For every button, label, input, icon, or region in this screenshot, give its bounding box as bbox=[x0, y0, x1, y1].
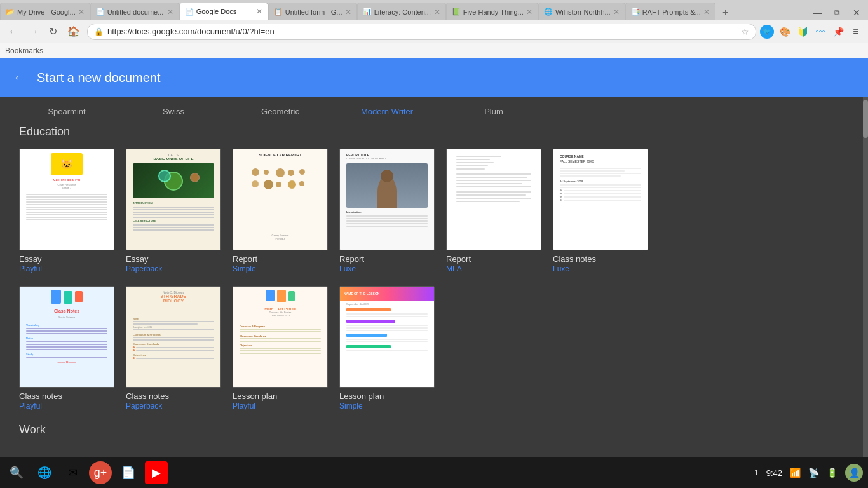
wave-icon[interactable]: 〰 bbox=[813, 25, 827, 39]
education-templates-row1: 🐱 Cat: The Ideal Pet Cover ResourceGrade… bbox=[19, 149, 849, 273]
classnotes-luxe-thumb[interactable]: COURSE NAME FALL SEMESTER 20XX 24 Septem… bbox=[553, 149, 648, 250]
report-simple-name: Report bbox=[233, 254, 257, 264]
plum-label: Plum bbox=[446, 107, 541, 116]
google-docs-close[interactable]: ✕ bbox=[256, 7, 262, 16]
my-drive-close[interactable]: ✕ bbox=[78, 8, 85, 17]
chrome-taskbar-icon[interactable]: 🌐 bbox=[33, 461, 56, 484]
tab-untitled-doc[interactable]: 📄 Untitled docume... ✕ bbox=[90, 3, 179, 20]
battery-indicator: 1 bbox=[754, 468, 759, 477]
williston-close[interactable]: ✕ bbox=[613, 8, 620, 17]
scrollbar-thumb[interactable] bbox=[863, 100, 868, 138]
literacy-favicon: 📊 bbox=[363, 8, 372, 16]
classnotes-playful-name: Class notes bbox=[19, 391, 62, 401]
raft-favicon: 📑 bbox=[631, 8, 640, 16]
report-mla-template[interactable]: Report MLA bbox=[446, 149, 541, 273]
clock-display: 9:42 bbox=[766, 468, 782, 478]
report-simple-template[interactable]: SCIENCE LAB REPORT bbox=[233, 149, 328, 273]
tab-my-drive[interactable]: 📂 My Drive - Googl... ✕ bbox=[0, 3, 90, 20]
new-tab-button[interactable]: + bbox=[718, 5, 733, 20]
close-button[interactable]: ✕ bbox=[848, 8, 865, 18]
search-taskbar-icon[interactable]: 🔍 bbox=[5, 461, 28, 484]
reload-button[interactable]: ↻ bbox=[46, 24, 60, 39]
literacy-close[interactable]: ✕ bbox=[434, 8, 440, 17]
taskbar: 🔍 🌐 ✉ g+ 📄 ▶ 1 9:42 📶 📡 🔋 👤 bbox=[0, 458, 868, 488]
app-header: ← Start a new document bbox=[0, 58, 868, 97]
literacy-title: Literacy: Conten... bbox=[374, 8, 431, 16]
lessonplan-simple-subname: Simple bbox=[339, 402, 363, 410]
classnotes-playful-thumb[interactable]: Class Notes Social Science Vocabulary No… bbox=[19, 286, 114, 388]
report-luxe-thumb[interactable]: REPORT TITLE LOREM IPSUM DOLOR SIT AMET … bbox=[339, 149, 435, 250]
williston-favicon: 🌐 bbox=[544, 8, 553, 16]
scrollbar-track[interactable] bbox=[863, 97, 868, 458]
classnotes-paperback-thumb[interactable]: Note 3, Biology 9TH GRADEBIOLOGY Note: D… bbox=[126, 286, 221, 388]
essay-paperback-thumb[interactable]: CELLS BASIC UNITS OF LIFE INTRODUCTION bbox=[126, 149, 221, 250]
share-icon[interactable]: 📌 bbox=[831, 25, 845, 39]
untitled-form-title: Untitled form - G... bbox=[285, 8, 342, 16]
extensions-icon[interactable]: 🎨 bbox=[778, 25, 792, 39]
header-back-button[interactable]: ← bbox=[13, 69, 27, 86]
bookmarks-label: Bookmarks bbox=[5, 46, 43, 55]
tab-five-handy[interactable]: 📗 Five Handy Thing... ✕ bbox=[446, 3, 538, 20]
restore-button[interactable]: ⧉ bbox=[829, 8, 845, 17]
lessonplan-playful-template[interactable]: Math – 1st Period Teacher: Mr. Foster Da… bbox=[233, 286, 328, 410]
star-icon[interactable]: ☆ bbox=[741, 27, 749, 37]
modern-writer-label: Modern Writer bbox=[339, 107, 435, 116]
classnotes-paperback-template[interactable]: Note 3, Biology 9TH GRADEBIOLOGY Note: D… bbox=[126, 286, 221, 410]
home-button[interactable]: 🏠 bbox=[64, 24, 83, 39]
tab-williston[interactable]: 🌐 Williston-Northh... ✕ bbox=[538, 3, 625, 20]
work-section-title: Work bbox=[19, 423, 849, 437]
raft-title: RAFT Prompts &... bbox=[642, 8, 701, 16]
address-text: https://docs.google.com/document/u/0/?hl… bbox=[107, 27, 737, 36]
user-avatar[interactable]: 👤 bbox=[845, 464, 863, 482]
gmail-taskbar-icon[interactable]: ✉ bbox=[61, 461, 84, 484]
essay-paperback-template[interactable]: CELLS BASIC UNITS OF LIFE INTRODUCTION bbox=[126, 149, 221, 273]
five-handy-close[interactable]: ✕ bbox=[526, 8, 532, 17]
raft-close[interactable]: ✕ bbox=[703, 8, 710, 17]
window-controls: — ⧉ ✕ bbox=[808, 8, 868, 20]
youtube-taskbar-icon[interactable]: ▶ bbox=[145, 461, 168, 484]
classnotes-luxe-template[interactable]: COURSE NAME FALL SEMESTER 20XX 24 Septem… bbox=[553, 149, 648, 273]
report-simple-subname: Simple bbox=[233, 264, 256, 273]
address-bar-row: ← → ↻ 🏠 🔒 https://docs.google.com/docume… bbox=[0, 20, 868, 43]
classnotes-paperback-subname: Paperback bbox=[126, 402, 162, 410]
untitled-doc-title: Untitled docume... bbox=[107, 8, 165, 16]
report-mla-thumb[interactable] bbox=[446, 149, 541, 250]
power-icon: 🔋 bbox=[827, 468, 837, 478]
google-plus-taskbar-icon[interactable]: g+ bbox=[89, 461, 112, 484]
report-luxe-name: Report bbox=[339, 254, 364, 264]
classnotes-playful-subname: Playful bbox=[19, 402, 42, 410]
essay-playful-template[interactable]: 🐱 Cat: The Ideal Pet Cover ResourceGrade… bbox=[19, 149, 114, 273]
network-icon: 📶 bbox=[790, 468, 801, 478]
report-mla-name: Report bbox=[446, 254, 471, 264]
williston-title: Williston-Northh... bbox=[555, 8, 611, 16]
lessonplan-simple-template[interactable]: NAME OF THE LESSON September 4th 2023 bbox=[339, 286, 435, 410]
education-templates-row2: Class Notes Social Science Vocabulary No… bbox=[19, 286, 849, 410]
report-luxe-subname: Luxe bbox=[339, 264, 356, 273]
vpn-icon[interactable]: 🔰 bbox=[796, 25, 810, 39]
back-nav-button[interactable]: ← bbox=[5, 25, 22, 39]
untitled-form-close[interactable]: ✕ bbox=[345, 8, 351, 17]
essay-playful-subname: Playful bbox=[19, 264, 42, 273]
essay-playful-thumb[interactable]: 🐱 Cat: The Ideal Pet Cover ResourceGrade… bbox=[19, 149, 114, 250]
report-simple-thumb[interactable]: SCIENCE LAB REPORT bbox=[233, 149, 328, 250]
docs-taskbar-icon[interactable]: 📄 bbox=[117, 461, 140, 484]
lessonplan-playful-thumb[interactable]: Math – 1st Period Teacher: Mr. Foster Da… bbox=[233, 286, 328, 388]
essay-playful-name: Essay bbox=[19, 254, 41, 264]
address-box[interactable]: 🔒 https://docs.google.com/document/u/0/?… bbox=[87, 24, 756, 40]
top-template-names-row: Spearmint Swiss Geometric Modern Writer … bbox=[19, 107, 849, 125]
twitter-icon[interactable]: 🐦 bbox=[760, 25, 774, 39]
wifi-icon: 📡 bbox=[808, 468, 819, 478]
tab-google-docs[interactable]: 📄 Google Docs ✕ bbox=[179, 3, 268, 20]
minimize-button[interactable]: — bbox=[808, 8, 827, 18]
untitled-doc-close[interactable]: ✕ bbox=[167, 8, 173, 17]
forward-nav-button[interactable]: → bbox=[25, 25, 42, 39]
lessonplan-simple-thumb[interactable]: NAME OF THE LESSON September 4th 2023 bbox=[339, 286, 435, 388]
lock-icon: 🔒 bbox=[94, 27, 104, 36]
tab-literacy[interactable]: 📊 Literacy: Conten... ✕ bbox=[357, 3, 446, 20]
tab-untitled-form[interactable]: 📋 Untitled form - G... ✕ bbox=[268, 3, 357, 20]
classnotes-playful-template[interactable]: Class Notes Social Science Vocabulary No… bbox=[19, 286, 114, 410]
menu-button[interactable]: ≡ bbox=[849, 25, 863, 39]
tab-raft[interactable]: 📑 RAFT Prompts &... ✕ bbox=[625, 3, 715, 20]
untitled-form-favicon: 📋 bbox=[274, 8, 283, 16]
report-luxe-template[interactable]: REPORT TITLE LOREM IPSUM DOLOR SIT AMET … bbox=[339, 149, 435, 273]
